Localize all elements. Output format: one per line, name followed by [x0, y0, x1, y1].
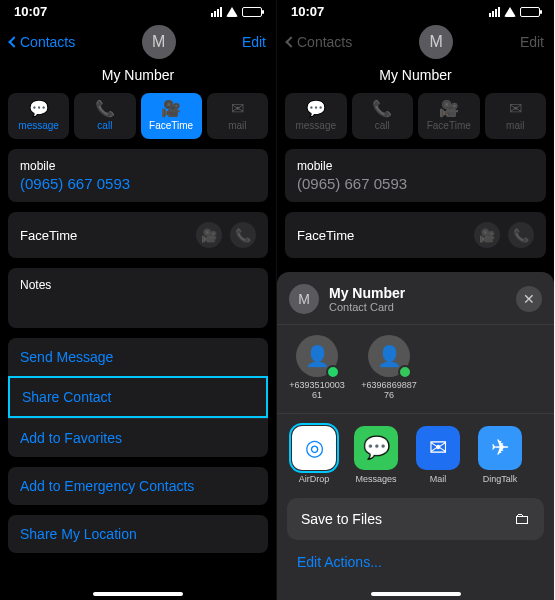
edit-actions-link[interactable]: Edit Actions...: [277, 544, 554, 572]
action-label: FaceTime: [149, 120, 193, 131]
action-label: message: [18, 120, 59, 131]
messages-badge-icon: [398, 365, 412, 379]
wifi-icon: [504, 7, 516, 17]
call-button: 📞 call: [352, 93, 414, 139]
phone-icon: 📞: [513, 228, 529, 243]
contact-name: My Number: [0, 67, 276, 93]
action-label: FaceTime: [427, 120, 471, 131]
phone-card[interactable]: mobile (0965) 667 0593: [8, 149, 268, 202]
home-indicator[interactable]: [371, 592, 461, 596]
action-buttons: 💬 message 📞 call 🎥 FaceTime ✉︎ mail: [277, 93, 554, 149]
phone-icon: 📞: [235, 228, 251, 243]
back-button: Contacts: [287, 34, 352, 50]
status-bar: 10:07: [0, 0, 276, 21]
sheet-avatar: M: [289, 284, 319, 314]
edit-button: Edit: [520, 34, 544, 50]
share-location-link[interactable]: Share My Location: [8, 515, 268, 553]
message-icon: 💬: [29, 101, 49, 117]
message-button[interactable]: 💬 message: [8, 93, 69, 139]
wifi-icon: [226, 7, 238, 17]
status-bar: 10:07: [277, 0, 554, 21]
airdrop-icon: ◎: [292, 426, 336, 470]
share-target-contact[interactable]: 👤 +6396869887 76: [361, 335, 417, 401]
share-targets: 👤 +6393510003 61 👤 +6396869887 76: [277, 331, 554, 413]
share-sheet-header: M My Number Contact Card ✕: [277, 284, 554, 324]
mail-button: ✉︎ mail: [207, 93, 268, 139]
battery-icon: [520, 7, 540, 17]
action-label: mail: [506, 120, 524, 131]
app-label: Messages: [355, 474, 396, 484]
facetime-label: FaceTime: [20, 228, 77, 243]
status-time: 10:07: [14, 4, 47, 19]
row-label: Save to Files: [301, 511, 382, 527]
airdrop-app[interactable]: ◎ AirDrop: [289, 426, 339, 484]
phone-value: (0965) 667 0593: [297, 175, 534, 192]
action-label: call: [375, 120, 390, 131]
facetime-button: 🎥 FaceTime: [418, 93, 480, 139]
facetime-label: FaceTime: [297, 228, 354, 243]
nav-bar: Contacts M Edit: [0, 21, 276, 67]
signal-icon: [211, 7, 222, 17]
signal-icon: [489, 7, 500, 17]
dingtalk-app[interactable]: ✈︎ DingTalk: [475, 426, 525, 484]
facetime-card: FaceTime 🎥 📞: [285, 212, 546, 258]
message-icon: 💬: [306, 101, 326, 117]
messages-app[interactable]: 💬 Messages: [351, 426, 401, 484]
phone-label: mobile: [20, 159, 256, 173]
add-emergency-link[interactable]: Add to Emergency Contacts: [8, 467, 268, 505]
mail-icon: ✉︎: [231, 101, 244, 117]
send-message-link[interactable]: Send Message: [8, 338, 268, 376]
share-contact-link[interactable]: Share Contact: [8, 376, 268, 418]
back-label: Contacts: [297, 34, 352, 50]
mail-app[interactable]: ✉︎ Mail: [413, 426, 463, 484]
app-label: AirDrop: [299, 474, 330, 484]
back-label: Contacts: [20, 34, 75, 50]
call-button[interactable]: 📞 call: [74, 93, 135, 139]
action-label: mail: [228, 120, 246, 131]
video-icon: 🎥: [161, 101, 181, 117]
home-indicator[interactable]: [93, 592, 183, 596]
person-icon: 👤: [296, 335, 338, 377]
battery-icon: [242, 7, 262, 17]
chevron-left-icon: [285, 36, 296, 47]
phone-icon: 📞: [95, 101, 115, 117]
status-time: 10:07: [291, 4, 324, 19]
video-icon: 🎥: [201, 228, 217, 243]
share-apps: ◎ AirDrop 💬 Messages ✉︎ Mail ✈︎ DingTalk: [277, 420, 554, 494]
mail-button: ✉︎ mail: [485, 93, 547, 139]
edit-button[interactable]: Edit: [242, 34, 266, 50]
action-list-2: Add to Emergency Contacts: [8, 467, 268, 505]
back-button[interactable]: Contacts: [10, 34, 75, 50]
facetime-button[interactable]: 🎥 FaceTime: [141, 93, 202, 139]
facetime-audio-button: 📞: [508, 222, 534, 248]
notes-label: Notes: [20, 278, 256, 292]
save-to-files-row[interactable]: Save to Files 🗀: [287, 498, 544, 540]
contact-number: +6393510003 61: [289, 381, 345, 401]
facetime-audio-button[interactable]: 📞: [230, 222, 256, 248]
phone-icon: 📞: [372, 101, 392, 117]
contact-avatar[interactable]: M: [142, 25, 176, 59]
phone-card: mobile (0965) 667 0593: [285, 149, 546, 202]
action-list-3: Share My Location: [8, 515, 268, 553]
notes-card[interactable]: Notes: [8, 268, 268, 328]
close-button[interactable]: ✕: [516, 286, 542, 312]
facetime-card: FaceTime 🎥 📞: [8, 212, 268, 258]
action-buttons: 💬 message 📞 call 🎥 FaceTime ✉︎ mail: [0, 93, 276, 149]
add-favorites-link[interactable]: Add to Favorites: [8, 418, 268, 457]
action-list-1: Send Message Share Contact Add to Favori…: [8, 338, 268, 457]
sheet-title: My Number: [329, 285, 506, 301]
share-sheet-screen: 10:07 Contacts M Edit My Number 💬 messag…: [277, 0, 554, 600]
app-label: DingTalk: [483, 474, 518, 484]
sheet-subtitle: Contact Card: [329, 301, 506, 313]
facetime-video-button[interactable]: 🎥: [196, 222, 222, 248]
action-label: message: [295, 120, 336, 131]
video-icon: 🎥: [439, 101, 459, 117]
action-label: call: [97, 120, 112, 131]
dingtalk-icon: ✈︎: [478, 426, 522, 470]
app-label: Mail: [430, 474, 447, 484]
status-indicators: [489, 7, 540, 17]
mail-icon: ✉︎: [416, 426, 460, 470]
share-target-contact[interactable]: 👤 +6393510003 61: [289, 335, 345, 401]
contact-number: +6396869887 76: [361, 381, 417, 401]
message-button: 💬 message: [285, 93, 347, 139]
